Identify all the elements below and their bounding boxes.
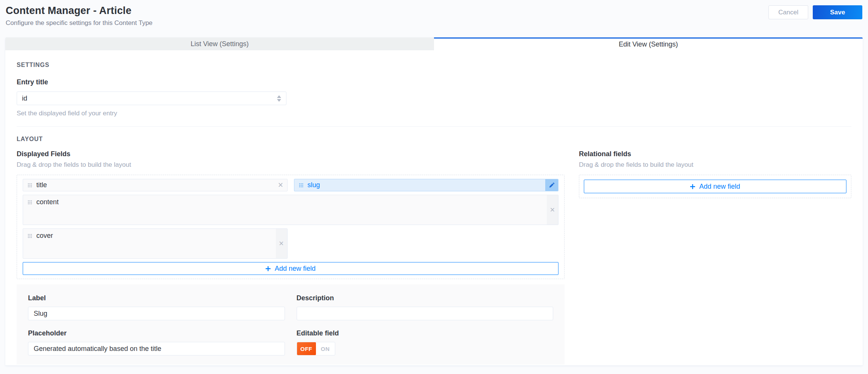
fields-grid: title × slug <box>23 179 558 275</box>
field-pill-slug[interactable]: slug <box>294 179 559 191</box>
plus-icon <box>690 184 695 189</box>
placeholder-form-group: Placeholder <box>28 329 285 355</box>
field-pill-label: slug <box>308 181 320 189</box>
plus-icon <box>266 266 271 271</box>
editable-form-group: Editable field OFF ON <box>297 329 554 355</box>
label-field-label: Label <box>28 294 285 302</box>
drag-handle-icon[interactable] <box>28 183 32 188</box>
editable-toggle: OFF ON <box>297 342 335 355</box>
placeholder-input[interactable] <box>28 342 285 355</box>
pencil-icon <box>549 182 555 188</box>
relational-fields-title: Relational fields <box>579 150 851 158</box>
field-block-cover[interactable]: cover × <box>23 228 288 259</box>
description-input[interactable] <box>297 307 554 320</box>
displayed-fields-dropzone: title × slug <box>17 175 565 279</box>
card-body: SETTINGS Entry title id Set the displaye… <box>5 50 863 373</box>
toggle-off-button[interactable]: OFF <box>297 342 316 355</box>
relational-fields-subtitle: Drag & drop the fields to build the layo… <box>579 161 851 169</box>
add-relational-field-button[interactable]: Add new field <box>584 180 846 193</box>
field-block-content[interactable]: content × <box>23 195 558 225</box>
add-field-label: Add new field <box>699 183 740 191</box>
page-subtitle: Configure the specific settings for this… <box>6 19 152 27</box>
settings-card: List View (Settings) Edit View (Settings… <box>5 37 863 365</box>
save-button[interactable]: Save <box>813 5 862 19</box>
relational-fields-dropzone: Add new field <box>579 175 851 198</box>
displayed-fields-subtitle: Drag & drop the fields to build the layo… <box>17 161 565 169</box>
entry-title-label: Entry title <box>17 78 851 86</box>
add-field-label: Add new field <box>275 265 316 273</box>
drag-handle-icon[interactable] <box>28 200 32 205</box>
cancel-button[interactable]: Cancel <box>768 5 808 19</box>
drag-handle-icon[interactable] <box>28 234 32 238</box>
header-actions: Cancel Save <box>768 5 862 19</box>
placeholder-field-label: Placeholder <box>28 329 285 337</box>
displayed-fields-title: Displayed Fields <box>17 150 565 158</box>
layout-columns: Displayed Fields Drag & drop the fields … <box>17 150 851 365</box>
field-pill-label: title <box>36 181 47 189</box>
header-titles: Content Manager - Article Configure the … <box>6 5 152 27</box>
header: Content Manager - Article Configure the … <box>0 0 868 37</box>
displayed-fields-column: Displayed Fields Drag & drop the fields … <box>17 150 565 365</box>
tab-list-view-settings[interactable]: List View (Settings) <box>5 37 434 50</box>
add-displayed-field-button[interactable]: Add new field <box>23 262 558 275</box>
layout-section-label: LAYOUT <box>17 136 851 143</box>
field-block-head: content <box>23 195 558 209</box>
toggle-on-button[interactable]: ON <box>316 342 335 355</box>
entry-title-select-value: id <box>22 95 27 102</box>
relational-fields-column: Relational fields Drag & drop the fields… <box>579 150 851 365</box>
label-input[interactable] <box>28 307 285 320</box>
drag-handle-icon[interactable] <box>299 183 303 188</box>
field-edit-grid: Label Description Placeholder <box>28 294 553 355</box>
settings-section-label: SETTINGS <box>17 62 851 68</box>
select-stepper-icon <box>277 95 281 102</box>
description-form-group: Description <box>297 294 554 320</box>
field-edit-panel: Label Description Placeholder <box>17 284 565 365</box>
field-pill-title[interactable]: title × <box>23 179 288 191</box>
page-title: Content Manager - Article <box>6 5 152 17</box>
field-block-label: content <box>36 198 59 206</box>
field-block-label: cover <box>36 232 53 240</box>
editable-field-label: Editable field <box>297 329 554 337</box>
entry-title-select[interactable]: id <box>17 92 286 105</box>
field-block-head: cover <box>23 229 287 243</box>
remove-field-icon[interactable]: × <box>547 195 558 225</box>
tab-edit-view-settings[interactable]: Edit View (Settings) <box>434 37 863 50</box>
label-form-group: Label <box>28 294 285 320</box>
remove-field-icon[interactable]: × <box>276 229 287 258</box>
view-tabs: List View (Settings) Edit View (Settings… <box>5 37 863 50</box>
section-divider <box>17 126 851 127</box>
edit-field-button[interactable] <box>545 179 558 191</box>
remove-field-icon[interactable]: × <box>274 181 287 189</box>
entry-title-help: Set the displayed field of your entry <box>17 110 851 117</box>
description-field-label: Description <box>297 294 554 302</box>
page: Content Manager - Article Configure the … <box>0 0 868 374</box>
